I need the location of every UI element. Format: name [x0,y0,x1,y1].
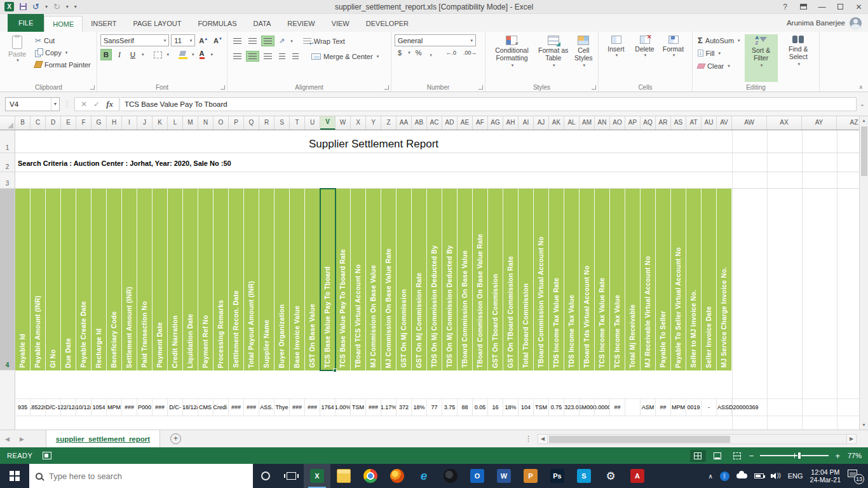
align-bottom-icon[interactable] [261,36,275,46]
header-cell-AE[interactable]: TBoard Commission On Base Value [458,189,473,370]
header-cell-AD[interactable]: TDS On Mj Commission Deducted By [442,189,458,370]
data-cell-AN[interactable]: 0.0000 [595,399,610,416]
column-header-D[interactable]: D [46,116,61,130]
data-cell-K[interactable]: ### [153,399,168,416]
column-header-N[interactable]: N [198,116,214,130]
header-cell-E[interactable]: Due Date [61,189,76,370]
header-cell-P[interactable]: Settlement Recon. Date [229,189,244,370]
header-cell-U[interactable]: GST On Base Value [305,189,320,370]
header-cell-AQ[interactable]: MJ Receivable Virtual Account No [641,189,656,370]
tab-view[interactable]: VIEW [323,16,358,32]
borders-icon[interactable] [153,49,164,60]
data-cell-N[interactable]: CMS Credi [198,399,214,416]
cancel-icon[interactable]: ✕ [81,100,87,109]
taskbar-outlook[interactable]: O [464,464,491,488]
normal-view-icon[interactable] [690,450,706,462]
taskbar-photos[interactable] [437,464,464,488]
header-cell-M[interactable]: Liquidation Date [183,189,198,370]
taskbar-clock[interactable]: 12:04 PM 24-Mar-21 [810,468,841,484]
close-button[interactable]: ✕ [850,0,868,13]
data-cell-L[interactable]: D/C- [168,399,183,416]
column-header-R[interactable]: R [259,116,275,130]
header-cell-D[interactable]: GI No [46,189,61,370]
data-cell-T[interactable]: ### [290,399,305,416]
header-cell-AR[interactable]: Payable To Seller [656,189,671,370]
row-header-3[interactable]: 3 [0,172,15,189]
name-box[interactable]: V4 ▾ [5,97,60,111]
format-as-table-button[interactable]: Format as Table▾ [536,34,571,82]
macro-record-icon[interactable] [43,452,51,459]
header-cell-AP[interactable]: Total Mj Receivable [625,189,641,370]
vertical-scroll-thumb[interactable] [861,126,867,176]
data-cell-AF[interactable]: 0.05 [473,399,488,416]
collapse-ribbon-icon[interactable]: ∧ [858,84,863,90]
bold-button[interactable]: B [100,49,112,60]
increase-indent-icon[interactable] [290,51,301,62]
copy-button[interactable]: Copy▾ [33,46,93,58]
tab-review[interactable]: REVIEW [279,16,323,32]
font-size-select[interactable]: 11▾ [171,34,195,46]
action-center-button[interactable]: 13 [848,468,863,484]
alignment-dialog-launcher[interactable] [384,85,389,90]
italic-button[interactable]: I [114,49,125,60]
sheet-prev-icon[interactable]: ◀ [0,436,15,442]
header-cell-AL[interactable]: TDS Income Tax Value [564,189,580,370]
data-cell-AV[interactable]: ASSD20000369 [717,399,732,416]
column-header-AG[interactable]: AG [488,116,503,130]
taskbar-acrobat[interactable]: A [624,464,651,488]
data-cell-AB[interactable]: 18% [412,399,427,416]
sort-filter-button[interactable]: AZSort & Filter▾ [745,34,778,82]
page-layout-view-icon[interactable] [710,450,726,462]
data-cell-AM[interactable]: TSM0000 [580,399,595,416]
column-header-U[interactable]: U [305,116,320,130]
header-cell-AS[interactable]: Payable To Seller Virtual Account No [671,189,686,370]
column-header-AF[interactable]: AF [473,116,488,130]
column-header-J[interactable]: J [137,116,153,130]
header-cell-AF[interactable]: TBoard Commission On Base Value Rate [473,189,488,370]
format-painter-button[interactable]: Format Painter [33,58,93,71]
data-cell-AJ[interactable]: TSM [534,399,549,416]
column-header-I[interactable]: I [122,116,137,130]
clear-button[interactable]: Clear▾ [696,60,742,72]
customize-qat-icon[interactable]: ▾ [74,4,77,10]
column-header-S[interactable]: S [275,116,290,130]
data-cell-W[interactable]: 1.00% [336,399,351,416]
zoom-level[interactable]: 77% [844,452,862,459]
save-icon[interactable] [20,3,27,10]
data-cell-AS[interactable]: MPM [671,399,686,416]
taskbar-internet-explorer[interactable]: e [410,464,437,488]
data-cell-AH[interactable]: 18% [503,399,519,416]
header-cell-I[interactable]: Settlement Amount (INR) [122,189,137,370]
zoom-out-icon[interactable]: − [749,452,754,460]
header-cell-AT[interactable]: Seller to MJ Invoice No. [686,189,702,370]
taskbar-file-explorer[interactable] [330,464,357,488]
column-header-Y[interactable]: Y [366,116,381,130]
empty-row-3[interactable] [15,172,868,189]
column-header-AO[interactable]: AO [610,116,625,130]
column-header-AM[interactable]: AM [580,116,595,130]
header-cell-B[interactable]: Payable Id [15,189,31,370]
column-header-L[interactable]: L [168,116,183,130]
column-header-AL[interactable]: AL [564,116,580,130]
taskbar-powerpoint[interactable]: P [517,464,544,488]
data-cell-H[interactable]: MPM [107,399,122,416]
scroll-right-icon[interactable]: ▶ [846,434,857,444]
data-cell-D[interactable]: D/C-1 [46,399,61,416]
excel-logo-icon[interactable]: X [4,2,14,11]
tab-home[interactable]: HOME [44,16,83,32]
header-cell-AU[interactable]: Seller Invoice Date [702,189,717,370]
font-color-icon[interactable]: A [196,49,208,60]
header-cell-L[interactable]: Credit Narration [168,189,183,370]
data-cell-P[interactable]: ### [229,399,244,416]
tab-data[interactable]: DATA [245,16,280,32]
row-header-2[interactable]: 2 [0,153,15,172]
header-cell-N[interactable]: Payment Ref No [198,189,214,370]
decrease-font-icon[interactable]: A▼ [212,37,224,44]
enter-icon[interactable]: ✓ [93,100,100,109]
vertical-scrollbar[interactable]: ▲ ▼ [859,116,868,430]
ribbon-display-options-icon[interactable] [794,0,813,13]
horizontal-scroll-thumb[interactable] [549,436,730,443]
font-family-select[interactable]: SansSerif▾ [100,34,169,46]
data-cell-E[interactable]: 22/12/ [61,399,76,416]
column-header-H[interactable]: H [107,116,122,130]
